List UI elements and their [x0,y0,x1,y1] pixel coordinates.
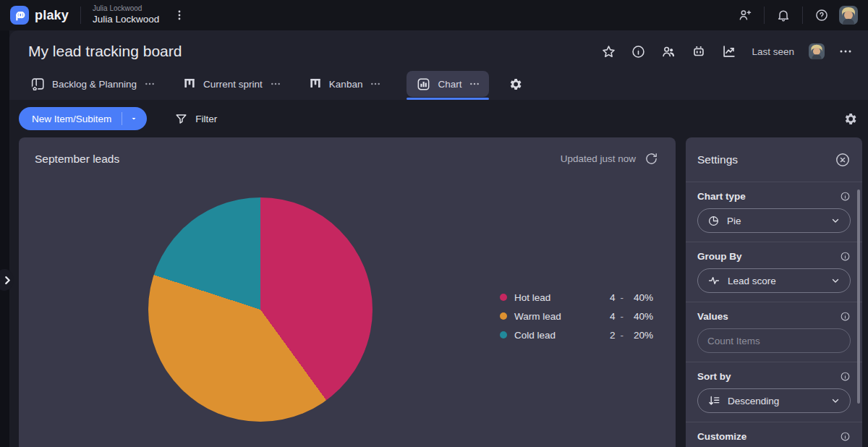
legend-item-cold-lead: Cold lead 2 - 20% [500,325,653,344]
favorite-star-icon[interactable] [601,44,616,59]
notifications-bell-icon[interactable] [776,8,791,22]
page-title: My lead tracking board [28,43,182,60]
section-values: Values Count Items [686,302,862,362]
brand-name[interactable]: plaky [35,8,69,23]
kanban-view-icon [182,77,197,91]
top-bar: plaky Julia Lockwood Julia Lockwood [0,0,868,30]
tab-more-icon[interactable] [469,79,480,89]
values-label: Values [697,311,728,322]
info-icon[interactable] [840,191,851,202]
board-info-icon[interactable] [631,44,646,59]
filter-funnel-icon [174,112,188,126]
values-placeholder: Count Items [707,336,760,346]
workspace-menu-icon[interactable] [174,9,185,21]
board-view-icon [30,76,46,92]
close-icon[interactable] [835,152,851,168]
legend-item-warm-lead: Warm lead 4 - 40% [500,307,653,325]
sort-by-value: Descending [728,396,779,406]
settings-header: Settings [686,137,862,182]
legend-separator: - [621,311,624,322]
plaky-logo-icon[interactable] [10,6,29,25]
tab-backlog-planning[interactable]: Backlog & Planning [28,71,156,97]
info-icon[interactable] [840,311,851,322]
settings-scrollbar[interactable] [857,190,860,404]
automations-robot-icon[interactable] [691,43,707,59]
legend-dot [500,312,507,320]
chevron-down-icon [830,216,841,226]
legend-label: Warm lead [514,311,604,322]
settings-title: Settings [697,153,738,166]
divider [764,7,765,24]
board-header: My lead tracking board [9,30,868,100]
filter-button[interactable]: Filter [174,112,217,126]
divider [802,7,803,24]
updated-label: Updated just now [561,153,636,164]
workspace-switcher[interactable]: Julia Lockwood Julia Lockwood [93,4,159,25]
sort-by-dropdown[interactable]: Descending [697,388,851,413]
divider [80,7,81,24]
board-more-icon[interactable] [839,45,852,58]
tab-label: Current sprint [203,79,263,90]
legend-separator: - [621,330,624,341]
info-icon[interactable] [840,251,851,262]
views-settings-gear-icon[interactable] [508,77,523,92]
customize-label: Customize [697,431,746,442]
lead-score-activity-icon [707,274,720,287]
legend-count: 4 [604,292,616,303]
info-icon[interactable] [840,371,851,382]
group-by-label: Group By [697,251,742,262]
new-item-label: New Item/Subitem [32,114,111,124]
board-toolbar: New Item/Subitem Filter [9,100,868,137]
chevron-down-icon [830,396,841,406]
group-by-dropdown[interactable]: Lead score [697,268,851,293]
tab-chart[interactable]: Chart [407,71,489,97]
legend-percent: 20% [629,330,653,341]
group-by-value: Lead score [728,276,776,286]
help-icon[interactable] [814,8,829,22]
sort-by-label: Sort by [697,371,731,382]
tab-current-sprint[interactable]: Current sprint [181,71,282,97]
new-item-button[interactable]: New Item/Subitem [19,107,147,130]
collapsed-sidebar-rail [0,30,9,447]
section-sort-by: Sort by Descending [686,362,862,422]
chart-type-value: Pie [727,216,741,226]
chart-view-icon [416,77,431,92]
tab-kanban[interactable]: Kanban [307,71,383,97]
legend-percent: 40% [629,292,653,303]
board-title-row: My lead tracking board [9,30,868,68]
section-group-by: Group By Lead score [686,242,862,302]
last-seen-avatar[interactable] [809,43,825,59]
refresh-icon[interactable] [644,152,658,166]
legend-count: 2 [604,330,616,341]
legend-label: Hot lead [514,292,604,303]
info-icon[interactable] [840,431,851,442]
legend-count: 4 [604,311,616,322]
settings-panel: Settings Chart type Pie [686,137,862,447]
activity-chart-icon[interactable] [721,43,737,59]
user-avatar[interactable] [839,6,858,25]
pie-chart[interactable] [148,197,373,422]
workspace-label: Julia Lockwood [93,4,159,14]
tab-more-icon[interactable] [370,79,380,89]
legend-dot [500,294,507,301]
tab-label: Backlog & Planning [52,79,137,90]
section-customize: Customize [686,422,862,447]
chart-type-dropdown[interactable]: Pie [697,208,851,233]
tab-more-icon[interactable] [271,79,281,89]
new-item-caret-icon[interactable] [129,114,147,123]
board-settings-gear-icon[interactable] [843,111,858,127]
divider [122,112,122,125]
tab-more-icon[interactable] [145,79,155,89]
invite-user-icon[interactable] [738,8,752,22]
main-content: September leads Updated just now Hot lea… [9,137,868,447]
legend-item-hot-lead: Hot lead 4 - 40% [500,288,653,307]
chevron-down-icon [830,276,841,286]
chart-legend: Hot lead 4 - 40% Warm lead 4 - 40% Cold … [500,288,653,344]
kanban-view-icon [308,77,323,91]
values-input[interactable]: Count Items [697,328,851,353]
sort-descending-icon [707,394,720,407]
tab-label: Chart [438,79,461,90]
chart-title: September leads [35,153,119,166]
chart-type-label: Chart type [697,191,746,202]
board-members-icon[interactable] [660,43,676,59]
